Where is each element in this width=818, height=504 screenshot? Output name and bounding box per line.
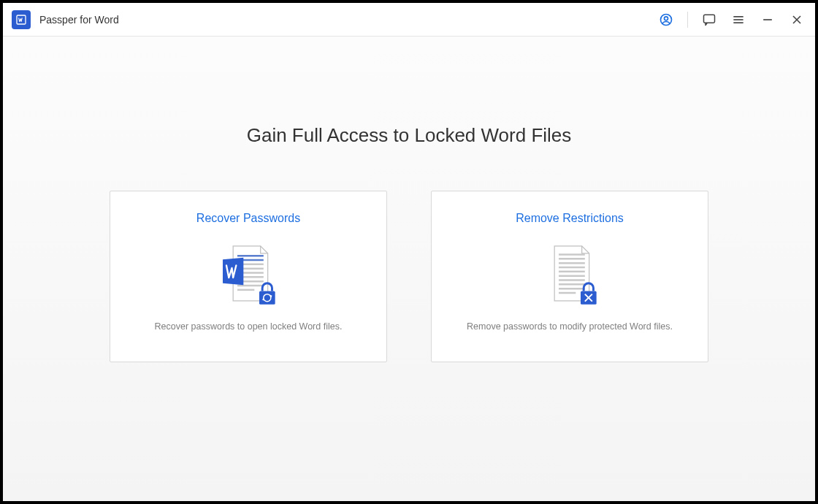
titlebar-divider: [687, 12, 688, 28]
account-icon[interactable]: [658, 12, 674, 28]
menu-icon[interactable]: [730, 12, 746, 28]
restrictions-document-icon: [533, 238, 606, 311]
svg-rect-19: [259, 291, 275, 305]
svg-rect-3: [704, 15, 715, 23]
close-button[interactable]: [789, 12, 805, 28]
app-title: Passper for Word: [39, 14, 119, 26]
main-area: Gain Full Access to Locked Word Files Re…: [3, 37, 815, 501]
card-recover-passwords[interactable]: Recover Passwords: [110, 191, 387, 362]
app-logo-icon: [12, 10, 31, 29]
card-description: Recover passwords to open locked Word fi…: [155, 321, 343, 332]
card-remove-restrictions[interactable]: Remove Restrictions: [431, 191, 708, 362]
card-title: Remove Restrictions: [516, 212, 624, 225]
card-title: Recover Passwords: [196, 212, 300, 225]
card-description: Remove passwords to modify protected Wor…: [467, 321, 673, 332]
page-heading: Gain Full Access to Locked Word Files: [247, 124, 572, 147]
recover-document-icon: [212, 238, 285, 311]
titlebar-actions: [658, 12, 805, 28]
svg-point-2: [665, 16, 668, 20]
feedback-icon[interactable]: [701, 12, 717, 28]
option-cards: Recover Passwords: [110, 191, 708, 362]
title-bar: Passper for Word: [3, 3, 815, 37]
minimize-button[interactable]: [760, 12, 776, 28]
